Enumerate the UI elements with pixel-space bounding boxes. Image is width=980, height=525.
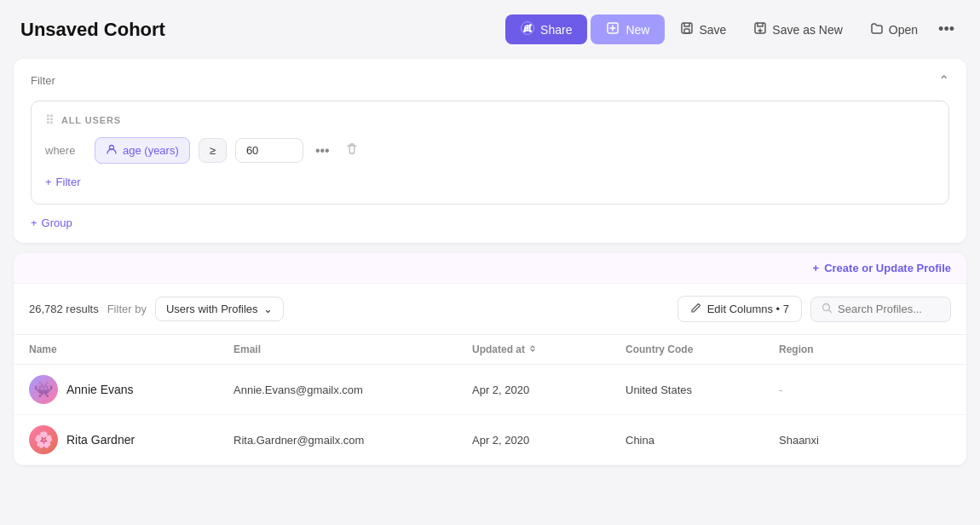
- header-actions: Share New Save Save as New Open: [505, 14, 960, 45]
- filter-by-label: Filter by: [107, 303, 147, 315]
- chevron-up-icon: ⌃: [938, 73, 949, 88]
- trash-icon: [345, 144, 359, 159]
- plus-group-icon: +: [31, 216, 37, 229]
- user-cell-annie: 👾 Annie Evans: [29, 375, 233, 404]
- filter-delete-button[interactable]: [342, 139, 362, 163]
- updated-at-annie: Apr 2, 2020: [472, 384, 625, 396]
- country-annie: United States: [625, 384, 779, 396]
- th-name: Name: [29, 343, 233, 355]
- edit-columns-button[interactable]: Edit Columns • 7: [677, 296, 802, 322]
- search-profiles-container[interactable]: [810, 297, 951, 322]
- table-header: Name Email Updated at Country Code Regio…: [14, 335, 966, 365]
- create-profile-label: Create or Update Profile: [824, 262, 951, 274]
- filter-card-label: Filter: [31, 74, 55, 87]
- search-icon: [821, 303, 833, 316]
- table-row: 🌸 Rita Gardner Rita.Gardner@gmailx.com A…: [14, 415, 966, 465]
- filter-card: Filter ⌃ ⠿ ALL USERS where age (years) ≥…: [14, 59, 966, 243]
- user-cell-rita: 🌸 Rita Gardner: [29, 425, 233, 454]
- page-header: Unsaved Cohort Share New Save Save as Ne…: [0, 0, 980, 59]
- filter-toggle-button[interactable]: ⌃: [938, 72, 949, 89]
- profiles-dropdown-label: Users with Profiles: [166, 303, 258, 315]
- results-toolbar: 26,782 results Filter by Users with Prof…: [14, 284, 966, 335]
- filter-more-button[interactable]: •••: [312, 140, 333, 162]
- new-button[interactable]: New: [591, 14, 665, 44]
- save-button[interactable]: Save: [668, 14, 738, 44]
- save-as-new-label: Save as New: [772, 23, 842, 37]
- profiles-dropdown-button[interactable]: Users with Profiles ⌄: [155, 297, 284, 321]
- svg-point-9: [823, 303, 830, 310]
- plus-profile-icon: +: [813, 262, 820, 274]
- save-as-new-button[interactable]: Save as New: [741, 14, 854, 44]
- more-icon: •••: [938, 20, 954, 38]
- results-count: 26,782 results: [29, 303, 99, 315]
- svg-rect-6: [684, 29, 689, 33]
- filter-field-label: age (years): [123, 144, 179, 157]
- th-country-code: Country Code: [625, 343, 779, 355]
- save-icon: [680, 21, 694, 38]
- filter-card-header: Filter ⌃: [31, 72, 949, 89]
- results-card: + Create or Update Profile 26,782 result…: [14, 253, 966, 465]
- add-filter-label: Filter: [56, 176, 81, 188]
- th-updated-at[interactable]: Updated at: [472, 343, 625, 355]
- edit-columns-label: Edit Columns • 7: [707, 303, 789, 315]
- all-users-group: ⠿ ALL USERS where age (years) ≥ 60 •••: [31, 101, 949, 205]
- user-name-rita: Rita Gardner: [66, 433, 135, 447]
- svg-point-2: [523, 30, 526, 32]
- filter-value: 60: [235, 138, 303, 163]
- open-button[interactable]: Open: [858, 14, 930, 44]
- avatar-rita: 🌸: [29, 425, 58, 454]
- th-region: Region: [779, 343, 951, 355]
- more-options-button[interactable]: •••: [933, 14, 960, 45]
- filter-row: where age (years) ≥ 60 •••: [45, 137, 935, 164]
- page-title: Unsaved Cohort: [20, 19, 505, 41]
- group-label: ⠿ ALL USERS: [45, 113, 935, 127]
- avatar-annie: 👾: [29, 375, 58, 404]
- svg-rect-5: [682, 23, 692, 33]
- create-profile-button[interactable]: + Create or Update Profile: [813, 262, 951, 274]
- region-annie: -: [779, 384, 951, 396]
- filter-more-icon: •••: [315, 143, 330, 158]
- group-label-text: ALL USERS: [61, 115, 121, 125]
- person-icon: [106, 143, 118, 158]
- create-profile-bar: + Create or Update Profile: [14, 253, 966, 284]
- share-icon: [521, 21, 534, 38]
- user-name-annie: Annie Evans: [66, 383, 134, 396]
- add-group-button[interactable]: + Group: [31, 211, 72, 229]
- svg-point-3: [529, 30, 532, 32]
- svg-point-1: [529, 24, 532, 26]
- open-label: Open: [889, 23, 918, 37]
- add-filter-button[interactable]: + Filter: [45, 172, 80, 192]
- chevron-down-icon: ⌄: [263, 303, 273, 315]
- filter-field-button[interactable]: age (years): [95, 137, 190, 164]
- save-label: Save: [699, 23, 726, 37]
- save-as-new-icon: [753, 21, 767, 38]
- plus-icon: +: [45, 176, 52, 188]
- drag-handle-icon[interactable]: ⠿: [45, 113, 55, 127]
- region-rita: Shaanxi: [779, 434, 951, 447]
- filter-operator: ≥: [199, 138, 227, 163]
- table-row: 👾 Annie Evans Annie.Evans@gmailx.com Apr…: [14, 365, 966, 415]
- th-email: Email: [233, 343, 472, 355]
- add-group-label: Group: [42, 216, 72, 229]
- search-profiles-input[interactable]: [838, 303, 940, 315]
- open-icon: [870, 21, 884, 38]
- where-label: where: [45, 144, 86, 157]
- new-icon: [606, 21, 620, 38]
- share-button[interactable]: Share: [505, 14, 587, 44]
- updated-at-rita: Apr 2, 2020: [472, 434, 625, 447]
- new-label: New: [625, 23, 649, 37]
- pencil-icon: [690, 302, 702, 316]
- email-rita: Rita.Gardner@gmailx.com: [233, 434, 472, 447]
- share-label: Share: [540, 23, 572, 37]
- country-rita: China: [625, 434, 779, 447]
- email-annie: Annie.Evans@gmailx.com: [233, 384, 472, 396]
- sort-icon: [528, 343, 537, 355]
